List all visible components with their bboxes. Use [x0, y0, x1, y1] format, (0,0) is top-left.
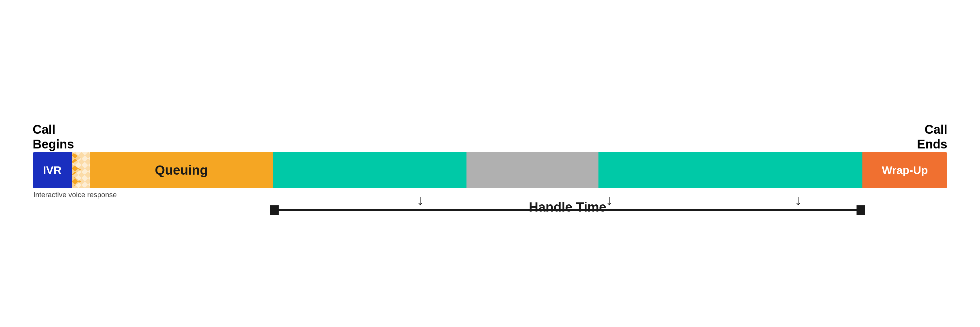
wrapup-label: Wrap-Up	[882, 164, 928, 177]
ivr-segment: IVR	[33, 152, 72, 188]
zigzag-svg	[72, 152, 90, 188]
talk-time-2-segment	[598, 152, 862, 188]
timeline-bar: IVR Queuing Wrap-Up	[33, 152, 947, 188]
diagram-container: CallBegins Conversion Talk Time ↓ Hold T…	[33, 87, 947, 240]
handle-time-bar: Handle Time	[273, 209, 862, 211]
hold-time-segment	[466, 152, 598, 188]
wrapup-segment: Wrap-Up	[862, 152, 947, 188]
queuing-segment: Queuing	[90, 152, 273, 188]
top-labels-row: CallBegins Conversion Talk Time ↓ Hold T…	[33, 87, 947, 152]
call-ends-label: CallEnds	[892, 122, 947, 152]
handle-time-label: Handle Time	[529, 200, 606, 215]
ivr-label: IVR	[43, 164, 62, 177]
break-segment	[72, 152, 90, 188]
call-begins-label: CallBegins	[33, 122, 91, 152]
talk-time-1-segment	[273, 152, 466, 188]
svg-rect-0	[72, 152, 90, 188]
below-timeline: Handle Time	[33, 201, 947, 240]
queuing-label: Queuing	[155, 163, 208, 177]
